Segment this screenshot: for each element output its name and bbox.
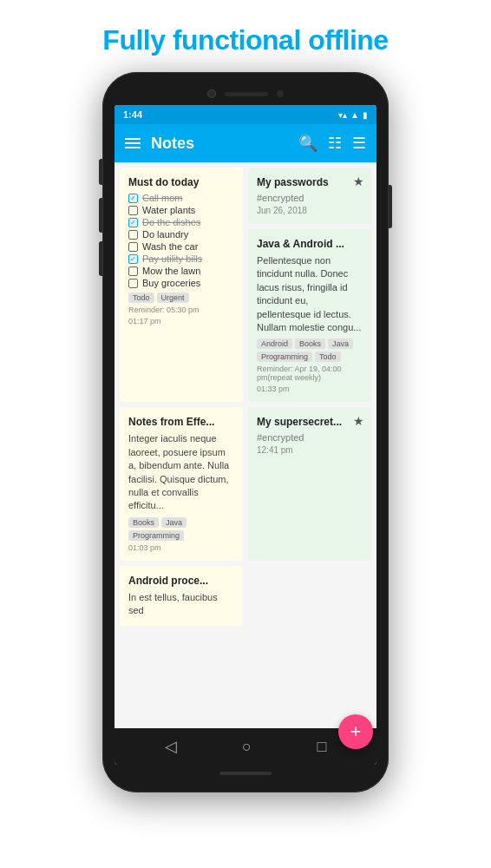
note-encrypted-label: #encrypted — [257, 432, 363, 443]
tag-books: Books — [295, 339, 325, 349]
home-indicator — [219, 772, 272, 775]
proximity-sensor — [277, 90, 284, 97]
checklist-item: Buy groceries — [128, 278, 234, 288]
note-body: Pellentesque non tincidunt nulla. Donec … — [257, 254, 363, 334]
checklist-item: Call mom — [128, 193, 234, 203]
item-label: Do laundry — [142, 229, 188, 240]
tag-books: Books — [128, 517, 159, 528]
checklist-item: Mow the lawn — [128, 266, 234, 276]
note-reminder: Reminder: Apr 19, 04:00 pm(repeat weekly… — [257, 365, 363, 382]
checkbox[interactable] — [128, 206, 138, 215]
earpiece-speaker — [225, 92, 268, 96]
checklist-item: Do laundry — [128, 229, 234, 240]
item-label: Call mom — [142, 193, 182, 203]
checkbox[interactable] — [128, 218, 138, 227]
checkbox[interactable] — [128, 242, 138, 252]
phone-screen: 1:44 ▾▴ ▲ ▮ Notes 🔍 ☷ ☰ Must do today — [115, 105, 376, 765]
tag-programming: Programming — [128, 530, 184, 541]
item-label: Do the dishes — [142, 217, 200, 227]
star-icon[interactable]: ★ — [353, 414, 364, 428]
note-title: My supersecret... — [257, 416, 363, 428]
tag-urgent: Urgent — [157, 293, 189, 303]
home-button[interactable]: ○ — [242, 738, 252, 756]
note-card-android-proce[interactable]: Android proce... In est tellus, faucibus… — [120, 566, 243, 627]
power-button — [389, 185, 392, 228]
tag-java: Java — [161, 517, 187, 528]
recents-button[interactable]: □ — [317, 738, 326, 756]
note-card-my-passwords[interactable]: ★ My passwords #encrypted Jun 26, 2018 — [248, 168, 371, 224]
grid-view-button[interactable]: ☷ — [328, 134, 342, 153]
status-bar: 1:44 ▾▴ ▲ ▮ — [115, 105, 376, 124]
note-title: Notes from Effe... — [128, 416, 234, 428]
notes-grid: Must do today Call mom Water plants Do t… — [115, 162, 376, 728]
phone-bottom-hardware — [115, 765, 376, 780]
checkbox[interactable] — [128, 279, 138, 288]
checklist-item: Do the dishes — [128, 217, 234, 227]
note-date: Jun 26, 2018 — [257, 206, 363, 215]
note-card-java-android[interactable]: Java & Android ... Pellentesque non tinc… — [248, 229, 371, 402]
note-card-notes-from-effe[interactable]: Notes from Effe... Integer iaculis neque… — [120, 407, 243, 560]
note-tags: Todo Urgent — [128, 293, 234, 303]
note-time: 01:33 pm — [257, 385, 363, 393]
checkbox[interactable] — [128, 230, 138, 240]
status-time: 1:44 — [123, 109, 142, 120]
tag-todo: Todo — [315, 352, 341, 362]
tag-android: Android — [257, 339, 292, 349]
page-headline: Fully functional offline — [102, 24, 388, 56]
wifi-icon: ▾▴ — [338, 110, 347, 120]
note-card-my-supersecret[interactable]: ★ My supersecret... #encrypted 12:41 pm — [248, 407, 371, 560]
note-time: 01:03 pm — [128, 543, 234, 552]
note-time: 01:17 pm — [128, 317, 234, 326]
note-title: Android proce... — [128, 575, 234, 587]
note-title: Must do today — [128, 176, 234, 188]
note-date: 12:41 pm — [257, 445, 363, 455]
battery-icon: ▮ — [363, 110, 368, 120]
note-body: Integer iaculis neque laoreet, posuere i… — [128, 432, 234, 512]
star-icon[interactable]: ★ — [353, 174, 364, 188]
front-camera — [207, 89, 216, 98]
note-title: Java & Android ... — [257, 238, 363, 250]
app-bar: Notes 🔍 ☷ ☰ — [115, 124, 376, 162]
note-tags: Books Java Programming — [128, 517, 234, 541]
item-label: Mow the lawn — [142, 266, 200, 276]
bottom-navigation: ◁ ○ □ — [115, 728, 376, 765]
tag-todo: Todo — [128, 293, 154, 303]
fab-add-button[interactable]: + — [338, 714, 373, 749]
checklist-item: Wash the car — [128, 241, 234, 252]
volume-up-button — [99, 198, 102, 233]
volume-silent-button — [99, 159, 102, 185]
search-button[interactable]: 🔍 — [298, 134, 318, 153]
checkbox[interactable] — [128, 254, 138, 264]
item-label: Buy groceries — [142, 278, 200, 288]
checklist-item: Water plants — [128, 205, 234, 215]
note-title: My passwords — [257, 176, 363, 188]
note-card-must-do-today[interactable]: Must do today Call mom Water plants Do t… — [120, 168, 243, 402]
status-icons: ▾▴ ▲ ▮ — [338, 110, 368, 120]
checkbox[interactable] — [128, 194, 138, 203]
phone-top-hardware — [115, 84, 376, 105]
volume-down-button — [99, 241, 102, 276]
app-title: Notes — [151, 135, 288, 153]
item-label: Wash the car — [142, 241, 198, 252]
item-label: Water plants — [142, 205, 195, 215]
note-reminder: Reminder: 05:30 pm — [128, 306, 234, 314]
back-button[interactable]: ◁ — [165, 737, 177, 756]
checklist-item: Pay utility bills — [128, 253, 234, 264]
checkbox[interactable] — [128, 266, 138, 276]
menu-button[interactable] — [125, 138, 141, 148]
tag-programming: Programming — [257, 352, 312, 362]
note-body: In est tellus, faucibus sed — [128, 591, 234, 618]
phone-frame: 1:44 ▾▴ ▲ ▮ Notes 🔍 ☷ ☰ Must do today — [102, 72, 389, 792]
note-encrypted-label: #encrypted — [257, 193, 363, 203]
tag-java: Java — [328, 339, 353, 349]
item-label: Pay utility bills — [142, 253, 202, 264]
filter-button[interactable]: ☰ — [352, 134, 366, 153]
signal-icon: ▲ — [350, 110, 359, 120]
note-tags: Android Books Java Programming Todo — [257, 339, 363, 362]
